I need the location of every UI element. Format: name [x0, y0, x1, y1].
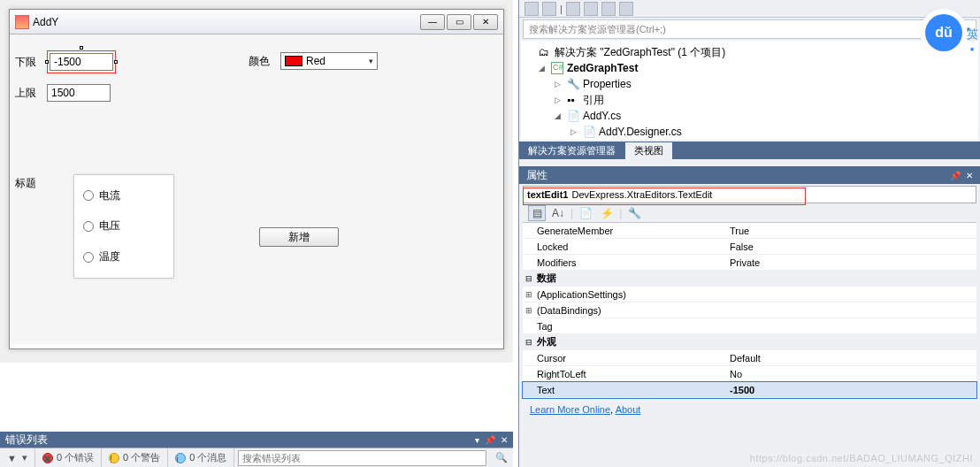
baidu-side-text: 英 ▪ — [964, 27, 980, 56]
chevron-down-icon: ▾ — [369, 57, 373, 65]
error-list-panel: 错误列表 ▾📌✕ ▼▾ ✖0 个错误 !0 个警告 i0 个消息 🔍 — [0, 432, 513, 467]
window-title: AddY — [33, 16, 420, 28]
filter-errors[interactable]: ✖0 个错误 — [35, 448, 102, 467]
wrench-icon[interactable]: 🔧 — [625, 205, 643, 221]
color-value: Red — [306, 55, 325, 67]
error-list-tab[interactable]: 错误列表 ▾📌✕ — [0, 432, 513, 448]
properties-header[interactable]: 属性 📌✕ — [519, 166, 980, 184]
tab-class-view[interactable]: 类视图 — [624, 142, 673, 159]
titlebar[interactable]: AddY — ▭ ✕ — [10, 10, 503, 34]
prop-row[interactable]: Tag — [523, 318, 976, 334]
properties-panel: 属性 📌✕ textEdit1 DevExpress.XtraEditors.T… — [519, 166, 980, 420]
right-pane: | 搜索解决方案资源管理器(Ctrl+;) 🔍▾ 🗂解决方案 "ZedGraph… — [518, 0, 980, 467]
solution-search[interactable]: 搜索解决方案资源管理器(Ctrl+;) 🔍▾ — [523, 19, 976, 39]
lower-field-highlight — [47, 50, 116, 73]
upper-input[interactable] — [47, 84, 111, 102]
search-icon[interactable]: 🔍 — [490, 452, 513, 463]
tree-addy-designer[interactable]: ▷📄AddY.Designer.cs — [526, 124, 973, 140]
prop-row[interactable]: ModifiersPrivate — [523, 255, 976, 271]
properties-grid: GenerateMemberTrue LockedFalse Modifiers… — [523, 223, 976, 398]
addy-window: AddY — ▭ ✕ 下限 上限 颜色 — [9, 9, 504, 349]
tab-solution-explorer[interactable]: 解决方案资源管理器 — [519, 142, 624, 159]
pin-icon[interactable]: 📌 — [485, 435, 495, 445]
prop-row[interactable]: RightToLeftNo — [523, 366, 976, 382]
properties-links: Learn More Online, About — [523, 398, 976, 420]
prop-row[interactable]: LockedFalse — [523, 239, 976, 255]
object-selector[interactable]: textEdit1 DevExpress.XtraEditors.TextEdi… — [523, 186, 976, 203]
prop-category[interactable]: ⊟外观 — [523, 334, 976, 350]
client-area: 下限 上限 颜色 Red ▾ — [10, 34, 503, 344]
about-link[interactable]: About — [616, 404, 641, 415]
radio-current[interactable]: 电流 — [83, 188, 165, 203]
prop-row-text[interactable]: Text-1500 — [523, 382, 976, 398]
pin-icon[interactable]: 📌 — [950, 171, 961, 180]
learn-more-link[interactable]: Learn More Online — [530, 404, 610, 415]
radio-group: 电流 电压 温度 — [73, 174, 174, 279]
tool-icon[interactable] — [584, 2, 598, 16]
radio-voltage[interactable]: 电压 — [83, 218, 165, 234]
tool-icon[interactable] — [601, 2, 616, 16]
solution-tree: 🗂解决方案 "ZedGraphTest" (1 个项目) ◢C#ZedGraph… — [521, 41, 978, 140]
tree-properties[interactable]: ▷🔧Properties — [526, 76, 973, 92]
prop-row[interactable]: ⊞(DataBindings) — [523, 302, 976, 318]
tool-icon[interactable] — [566, 2, 580, 16]
categorized-icon[interactable]: ▤ — [528, 205, 546, 221]
filter-warnings[interactable]: !0 个警告 — [102, 448, 168, 467]
error-search-input[interactable] — [238, 450, 486, 466]
tree-project[interactable]: ◢C#ZedGraphTest — [526, 60, 973, 76]
tool-home-icon[interactable] — [524, 2, 539, 16]
close-icon[interactable]: ✕ — [966, 171, 973, 180]
prop-category[interactable]: ⊟数据 — [523, 271, 976, 287]
prop-row[interactable]: ⊞(ApplicationSettings) — [523, 287, 976, 302]
title-label: 标题 — [15, 176, 47, 191]
color-swatch — [285, 56, 302, 66]
lower-label: 下限 — [15, 55, 47, 70]
upper-label: 上限 — [15, 86, 47, 101]
tree-root[interactable]: 🗂解决方案 "ZedGraphTest" (1 个项目) — [526, 44, 973, 60]
close-icon[interactable]: ✕ — [501, 435, 508, 445]
add-button[interactable]: 新增 — [259, 227, 339, 247]
filter-dropdown[interactable]: ▼▾ — [0, 448, 35, 467]
tree-references[interactable]: ▷▪▪引用 — [526, 92, 973, 108]
color-dropdown[interactable]: Red ▾ — [280, 52, 378, 70]
properties-toolbar: ▤ A↓ | 📄 ⚡ | 🔧 — [523, 203, 976, 223]
properties-icon[interactable]: 📄 — [577, 205, 594, 221]
radio-temperature[interactable]: 温度 — [83, 249, 165, 264]
close-button[interactable]: ✕ — [473, 14, 498, 30]
lower-input[interactable] — [50, 53, 113, 71]
tool-icon[interactable] — [619, 2, 633, 16]
dropdown-icon[interactable]: ▾ — [475, 435, 479, 445]
tree-addy-cs[interactable]: ◢📄AddY.cs — [526, 108, 973, 124]
prop-row[interactable]: CursorDefault — [523, 350, 976, 366]
events-icon[interactable]: ⚡ — [598, 205, 616, 221]
solution-tabs: 解决方案资源管理器 类视图 — [519, 142, 980, 159]
tool-refresh-icon[interactable] — [542, 2, 556, 16]
solution-toolbar: | — [519, 0, 980, 18]
filter-messages[interactable]: i0 个消息 — [168, 448, 234, 467]
baidu-logo-icon[interactable]: dŭ — [925, 14, 962, 51]
app-icon — [15, 15, 29, 29]
minimize-button[interactable]: — — [420, 14, 445, 30]
alphabetical-icon[interactable]: A↓ — [549, 205, 567, 221]
maximize-button[interactable]: ▭ — [447, 14, 471, 30]
color-label: 颜色 — [249, 54, 270, 69]
prop-row[interactable]: GenerateMemberTrue — [523, 223, 976, 239]
watermark: https://blog.csdn.net/BADAO_LIUMANG_QIZH… — [750, 453, 973, 463]
